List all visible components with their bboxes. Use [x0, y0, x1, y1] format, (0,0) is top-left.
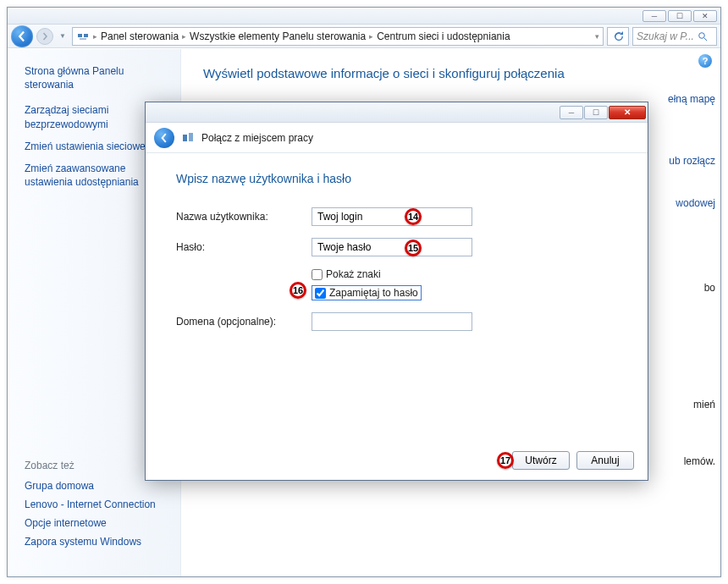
username-label: Nazwa użytkownika: — [176, 211, 312, 223]
sidebar-link-homegroup[interactable]: Grupa domowa — [25, 480, 167, 492]
search-icon — [698, 31, 708, 41]
svg-point-2 — [699, 32, 705, 38]
dialog-body: Wpisz nazwę użytkownika i hasło Nazwa uż… — [146, 153, 648, 351]
show-chars-checkbox[interactable] — [312, 269, 323, 280]
sidebar-link-internet-options[interactable]: Opcje internetowe — [25, 517, 167, 529]
password-label: Hasło: — [176, 241, 312, 253]
search-placeholder: Szukaj w P... — [637, 30, 694, 42]
remember-password-checkbox[interactable] — [315, 288, 326, 299]
svg-rect-0 — [78, 34, 82, 37]
dialog-maximize-button[interactable]: ☐ — [584, 106, 608, 119]
dialog-footer: Utwórz Anuluj — [512, 451, 634, 470]
link-fragment-disconnect[interactable]: ub rozłącz — [669, 155, 715, 167]
chevron-right-icon: ▸ — [369, 32, 373, 41]
dialog-header: Połącz z miejscem pracy — [146, 123, 648, 153]
domain-input[interactable] — [312, 312, 472, 331]
connect-workplace-dialog: ─ ☐ ✕ Połącz z miejscem pracy Wpisz nazw… — [145, 102, 648, 481]
text-fragment-change: mień — [693, 399, 715, 410]
workplace-icon — [181, 131, 195, 145]
outer-titlebar: ─ ☐ ✕ — [8, 8, 720, 25]
help-icon[interactable]: ? — [698, 54, 712, 68]
dialog-close-button[interactable]: ✕ — [609, 106, 646, 119]
remember-password-label: Zapamiętaj to hasło — [329, 287, 418, 299]
cancel-button[interactable]: Anuluj — [576, 451, 634, 470]
text-fragment-or: bo — [704, 282, 715, 294]
annotation-17: 17 — [497, 452, 514, 469]
password-input[interactable] — [312, 238, 472, 256]
create-button[interactable]: Utwórz — [512, 451, 570, 470]
dialog-titlebar: ─ ☐ ✕ — [146, 102, 648, 123]
refresh-button[interactable] — [607, 27, 629, 46]
minimize-button[interactable]: ─ — [643, 10, 666, 22]
dialog-heading: Wpisz nazwę użytkownika i hasło — [176, 172, 617, 185]
dialog-title: Połącz z miejscem pracy — [201, 132, 313, 144]
sidebar-home-link[interactable]: Strona główna Panelu sterowania — [25, 64, 167, 91]
address-dropdown-icon[interactable]: ▾ — [595, 32, 599, 41]
nav-forward-button[interactable] — [36, 28, 53, 45]
link-fragment-wireless[interactable]: wodowej — [676, 197, 715, 209]
show-chars-label: Pokaż znaki — [326, 268, 381, 280]
page-title: Wyświetl podstawowe informacje o sieci i… — [203, 66, 698, 80]
sidebar-link-firewall[interactable]: Zapora systemu Windows — [25, 536, 167, 548]
dialog-minimize-button[interactable]: ─ — [560, 106, 583, 119]
dialog-back-button[interactable] — [154, 128, 174, 148]
chevron-right-icon: ▸ — [182, 32, 186, 41]
sidebar-link-lenovo[interactable]: Lenovo - Internet Connection — [25, 499, 167, 510]
crumb-network-center[interactable]: Centrum sieci i udostępniania — [377, 30, 510, 42]
link-fragment-map[interactable]: ełną mapę — [668, 93, 715, 105]
address-bar[interactable]: ▸ Panel sterowania ▸ Wszystkie elementy … — [72, 27, 604, 46]
nav-history-dropdown[interactable]: ▼ — [57, 32, 69, 40]
chevron-right-icon: ▸ — [93, 32, 97, 41]
text-fragment-problems: lemów. — [684, 455, 715, 467]
domain-label: Domena (opcjonalne): — [176, 316, 312, 328]
maximize-button[interactable]: ☐ — [668, 10, 692, 22]
search-input[interactable]: Szukaj w P... — [632, 27, 717, 46]
address-bar-row: ▼ ▸ Panel sterowania ▸ Wszystkie element… — [8, 25, 720, 48]
network-icon — [76, 30, 90, 43]
nav-back-button[interactable] — [11, 25, 33, 47]
username-input[interactable] — [312, 207, 472, 226]
svg-rect-3 — [183, 135, 187, 141]
svg-rect-1 — [84, 34, 88, 37]
close-button[interactable]: ✕ — [693, 10, 717, 22]
crumb-all-items[interactable]: Wszystkie elementy Panelu sterowania — [190, 30, 366, 42]
crumb-control-panel[interactable]: Panel sterowania — [101, 30, 179, 42]
svg-rect-4 — [189, 133, 193, 141]
